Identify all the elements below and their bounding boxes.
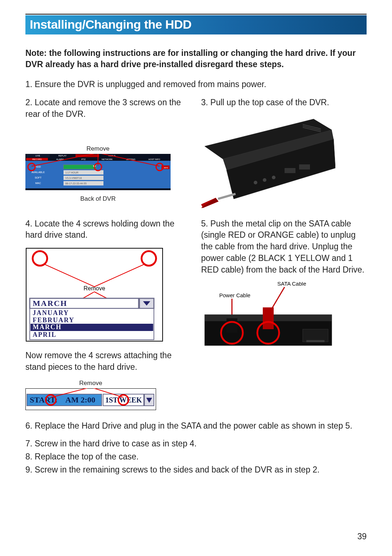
svg-text:MARCH: MARCH (33, 323, 62, 331)
svg-text:Remove: Remove (83, 285, 105, 291)
svg-text:AM 2:00: AM 2:00 (65, 395, 95, 404)
step-6: 6. Replace the Hard Drive and plug in th… (25, 420, 367, 432)
svg-rect-44 (285, 168, 295, 173)
svg-text:SATA Cable: SATA Cable (277, 282, 306, 287)
svg-text:PTZ: PTZ (81, 158, 86, 160)
svg-text:LIVE: LIVE (35, 155, 40, 157)
svg-text:FEBRUARY: FEBRUARY (33, 316, 74, 324)
section-title-bar: Installing/Changing the HDD (25, 15, 367, 34)
svg-text:RECORD: RECORD (32, 158, 42, 160)
svg-text:1ST WEEK: 1ST WEEK (105, 396, 142, 404)
svg-text:NETWORK: NETWORK (102, 158, 113, 160)
svg-text:MAC: MAC (35, 182, 41, 184)
step-3: 3. Pull up the top case of the DVR. (201, 97, 367, 109)
svg-point-54 (142, 251, 156, 266)
page-number: 39 (357, 532, 367, 541)
svg-text:HOST INFO: HOST INFO (148, 158, 160, 160)
step-1: 1. Ensure the DVR is unplugged and remov… (25, 79, 367, 90)
step-4: 4. Locate the 4 screws holding down the … (25, 218, 191, 241)
step-8: 8. Replace the top of the case. (25, 451, 367, 463)
svg-text:Power Cable: Power Cable (219, 292, 250, 298)
svg-rect-90 (303, 329, 328, 342)
figure-cables: SATA Cable Power Cable (201, 282, 335, 356)
step-9: 9. Screw in the remaining screws to the … (25, 464, 367, 476)
remove-caption: Remove (25, 145, 171, 152)
svg-marker-47 (201, 198, 219, 208)
back-of-dvr-caption: Back of DVR (25, 195, 171, 203)
warning-note: Note: the following instructions are for… (25, 48, 367, 70)
figure-back-of-dvr: Remove LIVE REPLAY TOOLS RECORD ALARM (25, 145, 171, 203)
step-7: 7. Screw in the hard drive to case as in… (25, 438, 367, 450)
svg-text:AVAILABLE: AVAILABLE (32, 171, 45, 173)
figure-stand-screws: Remove START: AM 2:00 1ST WEEK (25, 380, 156, 412)
step-4b: Now remove the 4 screws attaching the st… (25, 350, 191, 373)
svg-rect-92 (263, 307, 274, 329)
remove-caption-2: Remove (25, 380, 156, 387)
svg-text:1:17 HOUR: 1:17 HOUR (65, 171, 78, 174)
svg-rect-93 (226, 318, 237, 333)
figure-four-screws: Remove MARCH JANUARY FEBRUARY (25, 248, 163, 343)
step-5: 5. Push the metal clip on the SATA cable… (201, 218, 367, 276)
svg-rect-45 (299, 164, 310, 169)
svg-text:V3.3-V980T18: V3.3-V980T18 (65, 177, 82, 179)
svg-text:HDD: HDD (35, 165, 41, 168)
section-title: Installing/Changing the HDD (30, 17, 362, 32)
svg-text:88-17-22-33-44-55: 88-17-22-33-44-55 (65, 182, 86, 185)
figure-open-lid (201, 117, 335, 209)
svg-point-41 (254, 181, 257, 184)
svg-point-43 (272, 176, 275, 179)
svg-rect-21 (64, 165, 96, 169)
svg-point-42 (263, 178, 266, 182)
svg-text:MARCH: MARCH (33, 299, 68, 308)
svg-text:REPLAY: REPLAY (58, 155, 66, 157)
step-2: 2. Locate and remove the 3 screws on the… (25, 97, 191, 120)
svg-text:APRIL: APRIL (33, 331, 57, 338)
svg-line-58 (44, 264, 94, 287)
svg-text:JANUARY: JANUARY (33, 309, 69, 316)
svg-point-53 (33, 251, 47, 266)
svg-rect-91 (306, 340, 324, 342)
svg-rect-31 (25, 188, 171, 190)
svg-text:SOFT: SOFT (35, 176, 42, 179)
svg-line-59 (94, 264, 145, 287)
